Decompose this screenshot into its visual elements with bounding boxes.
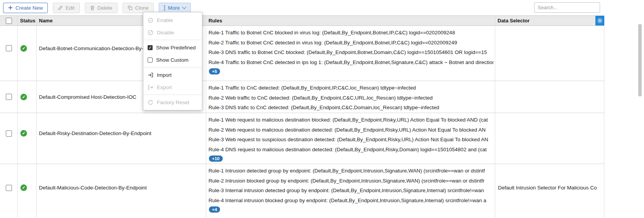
- parser-name: Default-Malicious-Code-Detection-By-Endp…: [39, 185, 147, 191]
- ellipsis-vertical-icon: [164, 5, 165, 11]
- rule-text: Rule-1 Intrusion detected group by endpo…: [209, 166, 493, 176]
- import-icon: [148, 72, 153, 78]
- more-rules-badge[interactable]: +10: [209, 155, 223, 162]
- rule-text: Rule-2 Web traffic to CnC detected: (Def…: [209, 93, 493, 103]
- table-row[interactable]: Default-Malicious-Code-Detection-By-Endp…: [0, 164, 604, 218]
- menu-item-label: Enable: [157, 17, 173, 23]
- row-checkbox[interactable]: [6, 130, 12, 137]
- parser-name: Default-Risky-Destination-Detection-By-E…: [39, 130, 151, 136]
- menu-item-label: Factory Reset: [157, 100, 189, 105]
- table-body: Default-Botnet-Communication-Detection-B…: [0, 26, 604, 218]
- rule-text: Rule-3 Internal intrusion detected group…: [209, 186, 493, 196]
- data-selector-cell: [495, 81, 604, 113]
- row-checkbox-cell: [0, 81, 18, 113]
- menu-item-label: Show Custom: [156, 57, 188, 63]
- status-cell: [18, 164, 37, 218]
- create-new-label: Create New: [15, 5, 43, 11]
- rules-cell: Rule-1 Traffic to Botnet CnC blocked in …: [206, 26, 495, 81]
- row-checkbox-cell: [0, 113, 18, 164]
- rule-text: Rule-1 Traffic to CnC detected: (Default…: [209, 83, 493, 93]
- clone-label: Clone: [135, 5, 149, 11]
- menu-item-export[interactable]: Export: [143, 81, 202, 93]
- menu-item-disable[interactable]: Disable: [143, 26, 202, 39]
- table-row[interactable]: Default-Risky-Destination-Detection-By-E…: [0, 113, 604, 164]
- row-checkbox[interactable]: [6, 185, 12, 191]
- select-all-cell: [0, 16, 18, 25]
- export-icon: [148, 84, 153, 90]
- rule-text: Rule-2 Intrusion blocked group by endpoi…: [209, 176, 493, 186]
- column-header-data-selector[interactable]: Data Selector: [495, 16, 595, 25]
- status-enabled-icon: [20, 130, 27, 137]
- row-checkbox[interactable]: [6, 45, 12, 51]
- table-row[interactable]: Default-Compromised Host-Detection-IOC R…: [0, 81, 604, 113]
- chevron-down-icon: [182, 5, 186, 9]
- edit-label: Edit: [66, 5, 74, 11]
- more-dropdown-menu: Enable Disable Show Predefined Show Cust…: [143, 12, 202, 110]
- rule-text: Rule-3 DNS trafic to CnC detected: (Defa…: [209, 103, 493, 113]
- name-cell: Default-Malicious-Code-Detection-By-Endp…: [37, 164, 206, 218]
- column-header-rules[interactable]: Rules: [206, 16, 495, 25]
- status-cell: [18, 81, 37, 113]
- menu-item-show-custom[interactable]: Show Custom: [143, 54, 202, 66]
- name-cell: Default-Risky-Destination-Detection-By-E…: [37, 113, 206, 164]
- menu-item-label: Export: [157, 84, 172, 90]
- delete-button[interactable]: Delete: [85, 3, 118, 13]
- menu-item-label: Import: [157, 72, 172, 78]
- checkbox-unchecked-icon: [148, 57, 153, 63]
- rule-text: Rule-4 Traffic to Botnet CnC detected in…: [209, 57, 493, 68]
- more-rules-badge[interactable]: +4: [209, 206, 220, 213]
- delete-label: Delete: [98, 5, 113, 11]
- log-parser-page: Create New Edit Delete Clone More Status…: [0, 0, 644, 218]
- slash-circle-icon: [148, 30, 153, 35]
- rule-text: Rule-2 Web request to malicious destinat…: [209, 125, 493, 135]
- status-enabled-icon: [20, 94, 27, 100]
- table-header: Status Name Rules Data Selector: [0, 15, 604, 26]
- menu-separator: [143, 95, 202, 95]
- menu-separator: [143, 67, 202, 68]
- rule-text: Rule-4 DNS request to malicious destinat…: [209, 145, 493, 155]
- rule-text: Rule-1 Traffic to Botnet CnC blocked in …: [209, 28, 493, 38]
- check-circle-icon: [148, 17, 153, 23]
- clone-button[interactable]: Clone: [123, 3, 154, 13]
- menu-item-label: Show Predefined: [156, 45, 196, 51]
- data-selector-cell: [495, 26, 604, 81]
- data-selector-cell: [495, 113, 604, 164]
- row-checkbox[interactable]: [6, 94, 12, 100]
- rules-cell: Rule-1 Web request to malicious destinat…: [206, 113, 495, 164]
- rule-text: Rule-4 Internal intrusion blocked group …: [209, 196, 493, 206]
- plus-icon: [8, 5, 13, 10]
- status-cell: [18, 26, 37, 81]
- toolbar: Create New Edit Delete Clone More: [0, 0, 644, 15]
- menu-separator: [143, 40, 202, 40]
- rules-cell: Rule-1 Traffic to CnC detected: (Default…: [206, 81, 495, 113]
- more-button[interactable]: More: [159, 3, 191, 13]
- rule-text: Rule-1 Web request to malicious destinat…: [209, 115, 493, 125]
- menu-item-enable[interactable]: Enable: [143, 14, 202, 26]
- column-header-status[interactable]: Status: [18, 16, 37, 25]
- rules-cell: Rule-1 Intrusion detected group by endpo…: [206, 164, 495, 218]
- pencil-icon: [58, 5, 63, 10]
- checkbox-checked-icon: [148, 45, 153, 50]
- menu-item-show-predefined[interactable]: Show Predefined: [143, 41, 202, 54]
- search-input[interactable]: [534, 2, 600, 13]
- parser-name: Default-Compromised Host-Detection-IOC: [39, 94, 136, 100]
- column-settings-button[interactable]: [595, 16, 604, 25]
- rule-text: Rule-3 DNS traffic to Botnet CnC blocked…: [209, 47, 493, 57]
- menu-item-import[interactable]: Import: [143, 69, 202, 81]
- rule-text: Rule-2 Traffic to Botnet CnC detected in…: [209, 38, 493, 48]
- rule-text: Rule-3 Web request to suspicious destina…: [209, 135, 493, 145]
- vertical-scrollbar[interactable]: [638, 24, 642, 96]
- select-all-checkbox[interactable]: [6, 18, 12, 24]
- menu-item-factory-reset[interactable]: Factory Reset: [143, 96, 202, 108]
- gear-icon: [597, 18, 603, 24]
- table-row[interactable]: Default-Botnet-Communication-Detection-B…: [0, 26, 604, 81]
- row-checkbox-cell: [0, 26, 18, 81]
- trash-icon: [90, 5, 95, 10]
- data-selector-cell: Default Intrusion Selector For Malicious…: [495, 164, 604, 218]
- edit-button[interactable]: Edit: [53, 3, 79, 13]
- row-checkbox-cell: [0, 164, 18, 218]
- menu-item-label: Disable: [157, 30, 174, 35]
- more-label: More: [168, 5, 180, 11]
- create-new-button[interactable]: Create New: [3, 3, 48, 13]
- more-rules-badge[interactable]: +5: [209, 68, 220, 74]
